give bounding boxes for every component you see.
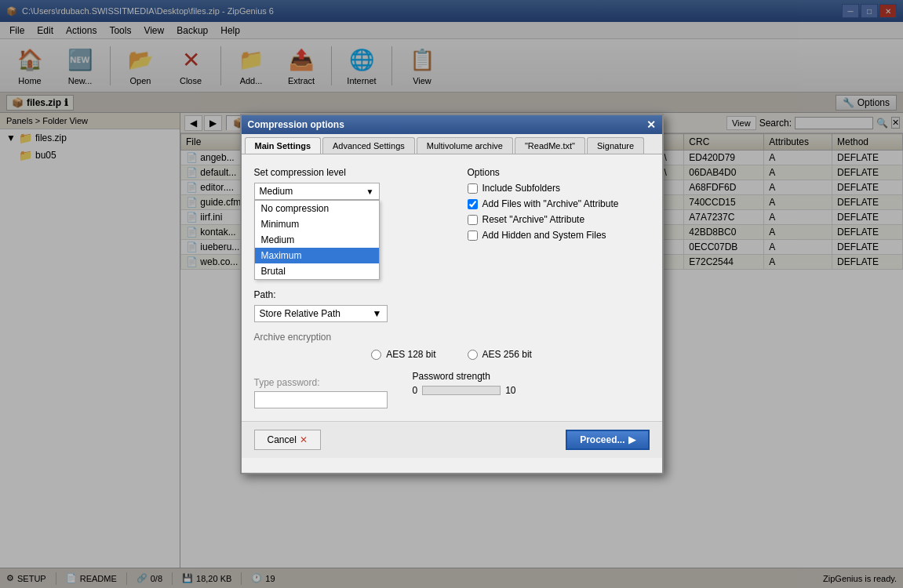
tab-main-settings[interactable]: Main Settings [245, 137, 322, 154]
aes256-label: AES 256 bit [482, 349, 532, 360]
aes128-label: AES 128 bit [386, 349, 435, 360]
compression-section: Set compression level Medium ▼ No compre… [254, 167, 436, 280]
path-dropdown[interactable]: Store Relative Path ▼ [254, 305, 388, 322]
checkbox-reset-archive: Reset "Archive" Attribute [468, 214, 650, 225]
strength-bar [422, 386, 501, 395]
modal-title-bar: Compression options ✕ [242, 115, 662, 134]
add-files-archive-label: Add Files with "Archive" Attribute [482, 198, 619, 209]
encryption-section: Archive encryption AES 128 bit AES 256 b… [254, 332, 650, 408]
password-section: Type password: [254, 377, 388, 408]
strength-section: Password strength 0 10 [413, 371, 516, 396]
compression-value: Medium [260, 186, 293, 197]
option-maximum[interactable]: Maximum [255, 248, 379, 263]
radio-aes128: AES 128 bit [371, 349, 435, 360]
include-subfolders-checkbox[interactable] [468, 183, 478, 194]
option-no-compression[interactable]: No compression [255, 201, 379, 216]
checkbox-include-subfolders: Include Subfolders [468, 183, 650, 194]
path-value: Store Relative Path [260, 308, 340, 319]
dropdown-list: No compression Minimum Medium Maximum Br… [254, 200, 380, 280]
cancel-label: Cancel [268, 434, 297, 445]
password-label: Type password: [254, 377, 388, 388]
tab-advanced-settings[interactable]: Advanced Settings [322, 137, 415, 154]
cancel-icon: ✕ [300, 434, 308, 445]
aes128-radio[interactable] [371, 350, 381, 360]
options-section: Options Include Subfolders Add Files wit… [468, 167, 650, 280]
strength-max: 10 [505, 385, 515, 396]
checkbox-add-files-archive: Add Files with "Archive" Attribute [468, 198, 650, 209]
path-section: Path: Store Relative Path ▼ [254, 289, 650, 322]
proceed-button[interactable]: Proceed... ▶ [566, 430, 649, 450]
modal-title: Compression options [248, 119, 344, 130]
modal-overlay: Compression options ✕ Main Settings Adva… [0, 0, 903, 588]
cancel-button[interactable]: Cancel ✕ [254, 430, 321, 450]
reset-archive-checkbox[interactable] [468, 215, 478, 225]
strength-label: Password strength [413, 371, 516, 382]
add-files-archive-checkbox[interactable] [468, 199, 478, 209]
path-dropdown-arrow-icon: ▼ [373, 308, 382, 319]
compression-dropdown[interactable]: Medium ▼ [254, 183, 380, 200]
tab-bar: Main Settings Advanced Settings Multivol… [242, 134, 662, 154]
strength-bar-row: 0 10 [413, 385, 516, 396]
option-minimum[interactable]: Minimum [255, 216, 379, 232]
add-hidden-label: Add Hidden and System Files [482, 230, 606, 241]
password-row: Type password: Password strength 0 10 [254, 371, 650, 408]
modal-footer: Cancel ✕ Proceed... ▶ [242, 421, 662, 458]
tab-signature[interactable]: Signature [587, 137, 644, 154]
strength-min: 0 [413, 385, 418, 396]
password-input[interactable] [254, 391, 388, 408]
reset-archive-label: Reset "Archive" Attribute [482, 214, 585, 225]
radio-aes256: AES 256 bit [468, 349, 532, 360]
proceed-label: Proceed... [580, 434, 624, 445]
dropdown-arrow-icon: ▼ [366, 187, 374, 196]
include-subfolders-label: Include Subfolders [482, 183, 560, 194]
option-medium[interactable]: Medium [255, 232, 379, 248]
tab-multivolume[interactable]: Multivolume archive [417, 137, 513, 154]
options-title: Options [468, 167, 650, 178]
modal-body: Set compression level Medium ▼ No compre… [242, 154, 662, 421]
checkbox-add-hidden: Add Hidden and System Files [468, 230, 650, 241]
modal-top-row: Set compression level Medium ▼ No compre… [254, 167, 650, 280]
compression-modal: Compression options ✕ Main Settings Adva… [240, 114, 664, 474]
tab-readme[interactable]: "ReadMe.txt" [515, 137, 585, 154]
compression-label: Set compression level [254, 167, 436, 178]
path-label: Path: [254, 289, 650, 300]
add-hidden-checkbox[interactable] [468, 230, 478, 241]
encryption-title: Archive encryption [254, 332, 650, 343]
aes256-radio[interactable] [468, 350, 478, 360]
option-brutal[interactable]: Brutal [255, 263, 379, 279]
modal-close-button[interactable]: ✕ [646, 118, 656, 131]
proceed-icon: ▶ [628, 434, 635, 445]
